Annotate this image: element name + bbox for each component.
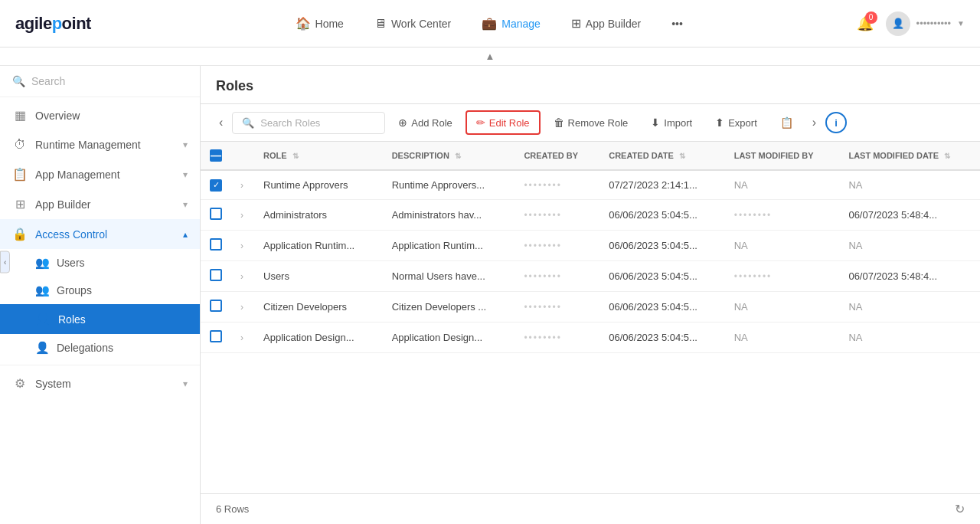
back-button[interactable]: ‹	[213, 113, 229, 133]
nav-home[interactable]: 🏠 Home	[283, 10, 356, 37]
sidebar-item-access-control[interactable]: 🔒 Access Control ▴	[0, 219, 200, 249]
row-checkbox-cell[interactable]	[201, 199, 231, 230]
add-role-button[interactable]: ⊕ Add Role	[388, 111, 462, 134]
header-last-modified-by[interactable]: LAST MODIFIED BY	[725, 142, 840, 170]
import-button[interactable]: ⬇ Import	[641, 111, 702, 134]
description-column-label: DESCRIPTION	[392, 151, 449, 160]
sidebar-item-users[interactable]: 👥 Users	[0, 249, 200, 277]
search-roles-input[interactable]: 🔍 Search Roles	[232, 112, 385, 134]
row-checkbox[interactable]	[210, 238, 222, 251]
expand-row-icon[interactable]: ›	[240, 332, 243, 343]
created-date-cell: 07/27/2023 2:14:1...	[599, 170, 724, 199]
nav-more[interactable]: •••	[659, 11, 695, 36]
created-by-cell: ••••••••	[514, 291, 599, 322]
refresh-button[interactable]: ↻	[955, 502, 965, 516]
copy-button[interactable]: 📋	[770, 111, 803, 134]
row-checkbox[interactable]	[210, 269, 222, 281]
sidebar-item-runtime-management[interactable]: ⏱ Runtime Management ▾	[0, 130, 200, 159]
expand-row-icon[interactable]: ›	[240, 241, 243, 251]
expand-row-icon[interactable]: ›	[240, 210, 243, 221]
sidebar-item-groups[interactable]: 👥 Groups	[0, 277, 200, 304]
sidebar-roles-label: Roles	[58, 313, 86, 326]
lock-icon: 🔒	[12, 227, 28, 241]
sidebar: 🔍 Search ▦ Overview ⏱ Runtime Management…	[0, 66, 201, 524]
sidebar-item-system[interactable]: ⚙ System ▾	[0, 368, 200, 398]
nav-manage[interactable]: 💼 Manage	[469, 10, 553, 37]
header-created-date[interactable]: CREATED DATE ⇅	[599, 142, 724, 170]
last-modified-date-value: 06/07/2023 5:48:4...	[848, 209, 937, 221]
sidebar-item-app-builder[interactable]: ⊞ App Builder ▾	[0, 189, 200, 219]
notification-button[interactable]: 🔔 0	[857, 15, 874, 32]
table-row: ✓ › Runtime Approvers Runtime Approvers.…	[201, 170, 980, 199]
row-checkbox-cell[interactable]: ✓	[201, 170, 231, 199]
manage-icon: 💼	[482, 16, 497, 31]
edit-role-button[interactable]: ✏ Edit Role	[466, 110, 541, 135]
logo[interactable]: agilepoint	[15, 14, 91, 34]
row-checkbox-cell[interactable]	[201, 230, 231, 260]
nav-app-builder-label: App Builder	[586, 18, 641, 30]
collapse-toggle-top[interactable]: ▲	[0, 47, 980, 66]
sidebar-collapse-handle[interactable]: ‹	[0, 251, 10, 273]
role-name-cell: Application Design...	[254, 322, 383, 352]
remove-role-button[interactable]: 🗑 Remove Role	[544, 111, 639, 134]
user-section[interactable]: 👤 •••••••••• ▼	[886, 11, 965, 36]
last-modified-date-value: NA	[848, 179, 862, 191]
row-checkbox[interactable]: ✓	[210, 179, 222, 192]
export-button[interactable]: ⬆ Export	[705, 111, 767, 134]
row-expand-cell[interactable]: ›	[231, 260, 254, 291]
collapse-arrow-icon: ‹	[4, 258, 6, 267]
row-expand-cell[interactable]: ›	[231, 291, 254, 322]
header-role[interactable]: ROLE ⇅	[254, 142, 383, 170]
role-name-cell: Citizen Developers	[254, 291, 383, 322]
last-modified-date-value: 06/07/2023 5:48:4...	[848, 270, 937, 282]
last-modified-by-value: NA	[734, 240, 748, 251]
info-button[interactable]: i	[825, 112, 847, 133]
row-expand-cell[interactable]: ›	[231, 322, 254, 352]
row-checkbox-cell[interactable]	[201, 322, 231, 352]
expand-row-icon[interactable]: ›	[240, 302, 243, 313]
row-checkbox-cell[interactable]	[201, 291, 231, 322]
nav-manage-label: Manage	[501, 18, 541, 30]
nav-app-builder[interactable]: ⊞ App Builder	[559, 10, 653, 37]
sidebar-item-app-management[interactable]: 📋 App Management ▾	[0, 159, 200, 189]
description-cell: Application Design...	[383, 322, 515, 352]
sidebar-search[interactable]: 🔍 Search	[0, 66, 200, 97]
last-modified-by-cell: ••••••••	[725, 199, 840, 230]
nav-right: 🔔 0 👤 •••••••••• ▼	[857, 11, 965, 36]
header-last-modified-date[interactable]: LAST MODIFIED DATE ⇅	[839, 142, 980, 170]
row-expand-cell[interactable]: ›	[231, 230, 254, 260]
user-name: ••••••••••	[916, 18, 952, 29]
chevron-right-icon-4: ▾	[183, 378, 188, 389]
row-checkbox[interactable]	[210, 208, 222, 220]
table-row: › Citizen Developers Citizen Developers …	[201, 291, 980, 322]
monitor-icon: 🖥	[374, 17, 387, 31]
trash-icon: 🗑	[554, 116, 564, 129]
last-modified-date-cell: 06/07/2023 5:48:4...	[839, 199, 980, 230]
header-created-by[interactable]: CREATED BY	[514, 142, 599, 170]
roles-icon: 👤	[35, 312, 51, 326]
row-checkbox[interactable]	[210, 330, 222, 342]
row-checkbox[interactable]	[210, 300, 222, 312]
row-expand-cell[interactable]: ›	[231, 199, 254, 230]
sidebar-item-roles[interactable]: 👤 Roles	[0, 304, 200, 334]
sidebar-item-delegations[interactable]: 👤 Delegations	[0, 334, 200, 362]
sidebar-overview-label: Overview	[35, 110, 80, 122]
sidebar-item-overview[interactable]: ▦ Overview	[0, 100, 200, 130]
next-button[interactable]: ›	[806, 113, 822, 133]
nav-work-center[interactable]: 🖥 Work Center	[362, 11, 463, 37]
row-checkbox-cell[interactable]	[201, 260, 231, 291]
header-description[interactable]: DESCRIPTION ⇅	[383, 142, 515, 170]
chevron-right-icon: ▾	[183, 139, 188, 150]
last-modified-by-value: NA	[734, 301, 748, 313]
delegations-icon: 👤	[35, 341, 49, 355]
header-checkbox-cell[interactable]: —	[201, 142, 231, 170]
created-date-column-label: CREATED DATE	[609, 151, 674, 160]
role-column-label: ROLE	[263, 151, 287, 160]
select-all-checkbox[interactable]: —	[210, 149, 222, 162]
expand-row-icon[interactable]: ›	[240, 180, 243, 191]
expand-row-icon[interactable]: ›	[240, 271, 243, 282]
row-expand-cell[interactable]: ›	[231, 170, 254, 199]
created-date-cell: 06/06/2023 5:04:5...	[599, 322, 724, 352]
app-builder-icon: ⊞	[12, 197, 28, 211]
nav-work-center-label: Work Center	[391, 18, 451, 30]
